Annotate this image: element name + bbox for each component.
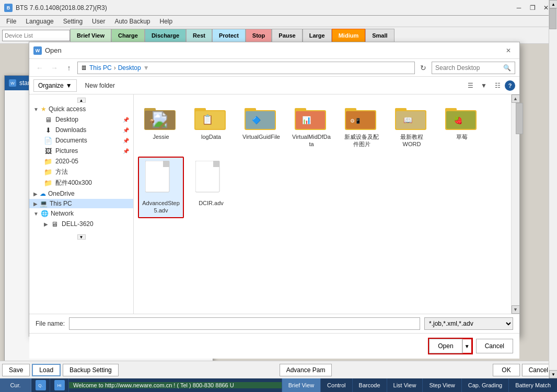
sidebar-item-downloads[interactable]: ⬇ Downloads 📌 <box>29 125 133 135</box>
open-dropdown-button[interactable]: ▼ <box>462 339 472 353</box>
file-item-jessie[interactable]: 📦 Jessie <box>138 99 184 152</box>
open-dialog-title-bar: W Open ✕ <box>29 42 519 59</box>
status-tab-battery-match[interactable]: Battery Match <box>508 378 557 392</box>
file-item-caomei[interactable]: 🍓 草莓 <box>439 99 485 152</box>
dell-chevron-icon: ▶ <box>44 221 48 227</box>
file-item-logdata[interactable]: 📋 logData <box>188 99 234 152</box>
breadcrumb-desktop[interactable]: Desktop <box>118 64 141 72</box>
device-list-input[interactable] <box>2 30 70 41</box>
rest-button[interactable]: Rest <box>186 29 212 42</box>
status-tab-step-view[interactable]: Step View <box>422 378 461 392</box>
sidebar-item-peijian[interactable]: 📁 配件400x300 <box>29 177 133 188</box>
outer-scroll-down-button[interactable]: ▼ <box>549 370 557 378</box>
file-logdata-label: logData <box>201 133 221 140</box>
sidebar-section-quick-access: ▼ ★ Quick access 🖥 Desktop 📌 ⬇ Downloads… <box>29 104 133 188</box>
sidebar-item-fangfa[interactable]: 📁 方法 <box>29 167 133 177</box>
svg-rect-33 <box>213 161 219 167</box>
status-tab-barcode[interactable]: Barcode <box>352 378 387 392</box>
nav-forward-button[interactable]: → <box>48 62 61 74</box>
sidebar-quick-access-header[interactable]: ▼ ★ Quick access <box>29 104 133 114</box>
breadcrumb-this-pc[interactable]: This PC <box>89 64 112 72</box>
file-item-advancedstep[interactable]: AdvancedStep5.adv <box>138 157 184 219</box>
sidebar-onedrive-header[interactable]: ▶ ☁ OneDrive <box>29 188 133 199</box>
open-dialog-close-button[interactable]: ✕ <box>502 45 515 56</box>
file-item-xinwei[interactable]: ⚙📱 新威设备及配件图片 <box>339 99 385 152</box>
cancel-dialog-button[interactable]: Cancel <box>476 339 513 353</box>
backup-setting-button[interactable]: Backup Setting <box>63 364 119 376</box>
sidebar-section-onedrive: ▶ ☁ OneDrive <box>29 188 133 199</box>
discharge-button[interactable]: Discharge <box>145 29 186 42</box>
menu-autobackup[interactable]: Auto Backup <box>110 17 154 26</box>
svg-rect-30 <box>163 161 169 167</box>
view-list-button[interactable]: ☰ <box>464 79 477 92</box>
load-button[interactable]: Load <box>32 364 61 376</box>
menu-setting[interactable]: Setting <box>59 17 87 26</box>
pause-button[interactable]: Pause <box>272 29 302 42</box>
sidebar-item-2020-05[interactable]: 📁 2020-05 <box>29 156 133 167</box>
view-controls: ☰ ▼ ☷ ? <box>464 79 515 92</box>
nav-refresh-button[interactable]: ↻ <box>417 62 430 74</box>
sidebar-item-documents[interactable]: 📄 Documents 📌 <box>29 135 133 146</box>
nav-back-button[interactable]: ← <box>33 62 46 74</box>
folder-logdata-icon: 📋 <box>194 103 228 131</box>
file-virtualmid-label: VirtualMidDfData <box>292 133 331 148</box>
file-item-virtualguid[interactable]: 🔷 VirtualGuidFile <box>238 99 284 152</box>
scroll-down-button[interactable]: ▼ <box>512 305 520 314</box>
small-button[interactable]: Small <box>365 29 394 42</box>
menu-language[interactable]: Language <box>21 17 57 26</box>
status-icon-q[interactable]: Q. <box>31 378 50 392</box>
view-details-button[interactable]: ☷ <box>491 79 504 92</box>
file-virtualguid-label: VirtualGuidFile <box>242 133 280 140</box>
save-button[interactable]: Save <box>2 364 30 376</box>
folder-virtualmid-icon: 📊 <box>295 103 328 131</box>
charge-button[interactable]: Charge <box>111 29 145 42</box>
files-scrollbar: ▲ ▼ <box>511 94 519 314</box>
file-item-virtualmid[interactable]: 📊 VirtualMidDfData <box>288 99 334 152</box>
minimize-button[interactable]: ─ <box>512 3 526 13</box>
sidebar-item-pictures[interactable]: 🖼 Pictures 📌 <box>29 146 133 156</box>
sidebar-network-header[interactable]: ▼ 🌐 Network <box>29 208 133 219</box>
open-main-button[interactable]: Open <box>429 339 462 353</box>
status-icon-hist[interactable]: Hi <box>50 378 69 392</box>
protect-button[interactable]: Protect <box>212 29 246 42</box>
outer-scroll-up-button[interactable]: ▲ <box>549 0 557 8</box>
menu-user[interactable]: User <box>88 17 109 26</box>
large-button[interactable]: Large <box>303 29 332 42</box>
sidebar-scroll-up[interactable]: ▲ <box>77 98 86 103</box>
new-folder-button[interactable]: New folder <box>81 79 119 92</box>
organize-button[interactable]: Organize ▼ <box>33 79 77 92</box>
status-tab-control[interactable]: Control <box>320 378 352 392</box>
stop-button[interactable]: Stop <box>246 29 272 42</box>
brief-view-button[interactable]: Brief View <box>70 29 111 42</box>
file-item-dcir[interactable]: DCIR.adv <box>188 157 234 219</box>
restore-button[interactable]: ❐ <box>526 3 539 13</box>
file-type-select[interactable]: *.job,*.xml,*.adv <box>424 317 513 330</box>
menu-help[interactable]: Help <box>155 17 177 26</box>
scroll-thumb[interactable] <box>516 103 523 134</box>
search-input[interactable] <box>435 64 503 72</box>
computer-icon: 🖥 <box>50 220 59 228</box>
pin-icon-4: 📌 <box>123 148 129 154</box>
status-tabs: Brief View Control Barcode List View Ste… <box>282 378 557 392</box>
view-dropdown-button[interactable]: ▼ <box>478 79 490 92</box>
sidebar-scroll-down[interactable]: ▼ <box>77 234 86 240</box>
ok-button[interactable]: OK <box>493 364 519 376</box>
nav-up-button[interactable]: ↑ <box>63 62 75 74</box>
status-tab-list-view[interactable]: List View <box>387 378 423 392</box>
help-button[interactable]: ? <box>505 80 515 91</box>
sidebar-item-this-pc[interactable]: ▶ 💻 This PC <box>29 199 133 208</box>
file-name-input[interactable] <box>69 317 420 330</box>
midium-button[interactable]: Midium <box>332 29 366 42</box>
status-tab-cap-grading[interactable]: Cap. Grading <box>461 378 508 392</box>
outer-scroll-thumb[interactable] <box>549 8 556 29</box>
menu-file[interactable]: File <box>2 17 20 26</box>
scroll-up-button[interactable]: ▲ <box>512 94 520 103</box>
status-cur-tab[interactable]: Cur. <box>0 378 31 392</box>
file-item-jiaocheng[interactable]: 📖 最新教程WORD <box>389 99 435 152</box>
status-tab-brief-view[interactable]: Brief View <box>282 378 320 392</box>
advance-pam-button[interactable]: Advance Pam <box>280 364 332 376</box>
network-icon: 🌐 <box>41 210 49 217</box>
sidebar-item-dell3620[interactable]: ▶ 🖥 DELL-3620 <box>29 219 133 229</box>
svg-text:🍓: 🍓 <box>454 116 463 125</box>
sidebar-item-desktop[interactable]: 🖥 Desktop 📌 <box>29 114 133 125</box>
